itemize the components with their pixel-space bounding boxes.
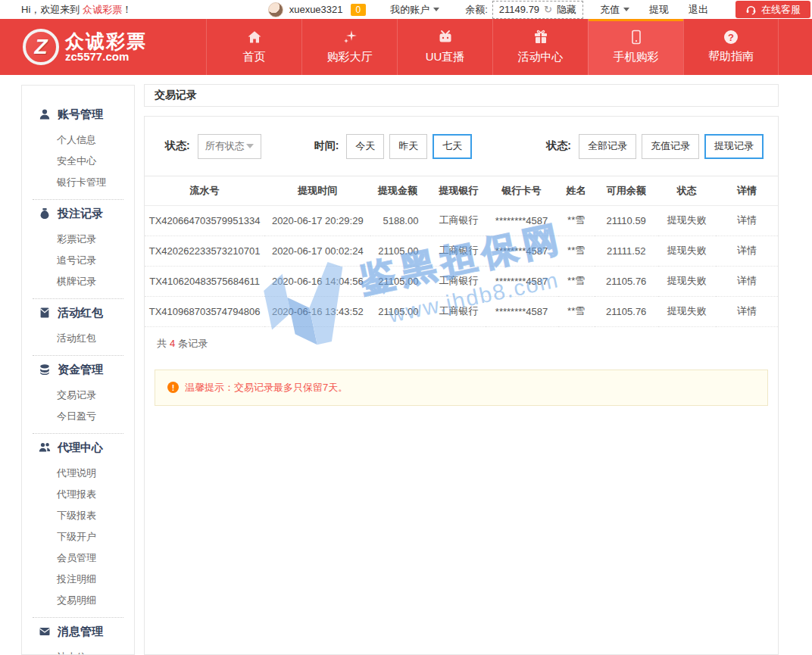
sidebar-section-投注记录[interactable]: 投注记录: [22, 204, 134, 223]
sidebar-divider: [33, 617, 123, 618]
sidebar-item-安全中心[interactable]: 安全中心: [22, 151, 134, 172]
sidebar-item-下级开户[interactable]: 下级开户: [22, 526, 134, 547]
users-icon: [39, 441, 51, 454]
balance-box: 21149.79 ↻ 隐藏: [492, 1, 583, 19]
sidebar-item-棋牌记录[interactable]: 棋牌记录: [22, 271, 134, 292]
red-envelope-icon: [39, 307, 51, 319]
nav-item-购彩大厅[interactable]: 购彩大厅: [301, 19, 397, 75]
my-account-menu[interactable]: 我的账户: [390, 3, 439, 17]
my-account-label: 我的账户: [390, 3, 429, 17]
sidebar-section-代理中心[interactable]: 代理中心: [22, 438, 134, 457]
headset-icon: [745, 4, 757, 15]
withdraw-time: 2020-06-16 14:04:56: [264, 266, 370, 296]
sidebar-item-投注明细[interactable]: 投注明细: [22, 569, 134, 590]
nav-item-label: UU直播: [426, 50, 465, 64]
sidebar-item-今日盈亏[interactable]: 今日盈亏: [22, 406, 134, 427]
holder-name: **雪: [558, 266, 595, 296]
withdraw-bank: 工商银行: [432, 266, 485, 296]
detail-link[interactable]: 详情: [716, 235, 778, 266]
page-title: 交易记录: [144, 84, 779, 107]
status: 提现失败: [658, 205, 716, 235]
type-filter-提现记录[interactable]: 提现记录: [704, 134, 764, 159]
bank-card-number: ********4587: [486, 235, 558, 266]
time-filter-昨天[interactable]: 昨天: [389, 134, 427, 159]
detail-link[interactable]: 详情: [716, 266, 778, 296]
username[interactable]: xuexue3321: [289, 4, 343, 15]
summary-prefix: 共: [157, 337, 167, 351]
sidebar-item-交易记录[interactable]: 交易记录: [22, 385, 134, 406]
table-row: TX4109687035747948062020-06-16 13:43:522…: [145, 296, 778, 326]
bank-card-number: ********4587: [486, 205, 558, 235]
sidebar-section-消息管理[interactable]: 消息管理: [22, 622, 134, 641]
nav-item-label: 活动中心: [518, 50, 564, 64]
transaction-id[interactable]: TX420262233573210701: [145, 235, 264, 266]
time-filter-今天[interactable]: 今天: [346, 134, 384, 159]
type-filter-充值记录[interactable]: 充值记录: [642, 134, 699, 159]
record-count-summary: 共 4 条记录: [145, 327, 778, 360]
sidebar-item-彩票记录[interactable]: 彩票记录: [22, 229, 134, 250]
sidebar-item-追号记录[interactable]: 追号记录: [22, 250, 134, 271]
sidebar-section-账号管理[interactable]: 账号管理: [22, 105, 134, 123]
sidebar-section-title: 活动红包: [58, 306, 103, 320]
nav-item-首页[interactable]: 首页: [206, 19, 301, 75]
online-service-button[interactable]: 在线客服: [735, 1, 810, 18]
transaction-id[interactable]: TX410968703574794806: [145, 296, 264, 326]
sidebar-section-items: 代理说明代理报表下级报表下级开户会员管理投注明细交易明细: [22, 463, 134, 611]
main-nav: Z 众诚彩票 zc5577.com 首页购彩大厅UU直播活动中心手机购彩?帮助指…: [0, 19, 812, 75]
status-dropdown[interactable]: 所有状态: [198, 134, 261, 159]
time-filter-七天[interactable]: 七天: [433, 134, 472, 159]
nav-item-帮助指南[interactable]: ?帮助指南: [683, 19, 779, 75]
withdraw-amount: 5188.00: [370, 205, 432, 235]
topbar: Hi，欢迎来到 众诚彩票！ xuexue3321 0 我的账户 余额: 2114…: [0, 0, 812, 19]
recharge-menu[interactable]: 充值: [600, 3, 629, 17]
withdraw-link[interactable]: 提现: [649, 3, 669, 17]
table-row: TX4106204835756846112020-06-16 14:04:562…: [145, 266, 778, 296]
withdraw-amount: 21105.00: [370, 296, 432, 326]
sidebar-item-交易明细[interactable]: 交易明细: [22, 590, 134, 611]
sidebar-section-资金管理[interactable]: 资金管理: [22, 360, 134, 379]
sidebar-item-下级报表[interactable]: 下级报表: [22, 505, 134, 526]
sidebar-item-活动红包[interactable]: 活动红包: [22, 328, 134, 349]
sidebar-item-代理说明[interactable]: 代理说明: [22, 463, 134, 484]
notice-banner: ! 温馨提示：交易记录最多只保留7天。: [155, 370, 768, 406]
logo-icon: Z: [23, 29, 59, 65]
detail-link[interactable]: 详情: [716, 205, 778, 235]
nav-item-手机购彩[interactable]: 手机购彩: [588, 19, 683, 75]
sidebar-item-个人信息[interactable]: 个人信息: [22, 129, 134, 151]
logout-link[interactable]: 退出: [689, 3, 708, 17]
site-name-link[interactable]: 众诚彩票: [83, 4, 122, 15]
message-count-badge[interactable]: 0: [351, 4, 367, 16]
sidebar-item-银行卡管理[interactable]: 银行卡管理: [22, 172, 134, 193]
nav-item-UU直播[interactable]: UU直播: [397, 19, 492, 75]
transaction-id[interactable]: TX420664703579951334: [145, 205, 264, 235]
notice-text: 温馨提示：交易记录最多只保留7天。: [185, 381, 348, 395]
table-row: TX4206647035799513342020-06-17 20:29:295…: [145, 205, 778, 235]
status: 提现失败: [658, 235, 716, 266]
hide-balance-button[interactable]: 隐藏: [557, 3, 576, 17]
detail-link[interactable]: 详情: [716, 296, 778, 326]
nav-item-label: 手机购彩: [614, 50, 659, 64]
holder-name: **雪: [558, 235, 595, 266]
moneybag-icon: [39, 207, 51, 220]
nav-item-label: 首页: [243, 50, 266, 64]
avatar[interactable]: [268, 2, 283, 17]
records-panel: 状态: 所有状态 时间: 今天昨天七天 状态: 全部记录充值记录提现记录 流水号…: [144, 116, 779, 655]
logo[interactable]: Z 众诚彩票 zc5577.com: [0, 19, 206, 75]
refresh-icon[interactable]: ↻: [544, 4, 552, 15]
nav-item-活动中心[interactable]: 活动中心: [492, 19, 588, 75]
column-header-提现银行: 提现银行: [432, 176, 485, 205]
home-icon: [247, 30, 262, 45]
summary-suffix: 条记录: [178, 337, 208, 351]
available-balance: 21105.76: [595, 296, 658, 326]
sidebar-item-代理报表[interactable]: 代理报表: [22, 484, 134, 505]
greeting-prefix: Hi，欢迎来到: [21, 4, 83, 15]
time-filter-buttons: 今天昨天七天: [346, 134, 477, 159]
table-header-row: 流水号提现时间提现金额提现银行银行卡号姓名可用余额状态详情: [145, 176, 778, 205]
sidebar-item-站内信[interactable]: 站内信: [22, 647, 134, 655]
status-dropdown-value: 所有状态: [205, 139, 245, 153]
type-filter-全部记录[interactable]: 全部记录: [579, 134, 636, 159]
sidebar-section-items: 彩票记录追号记录棋牌记录: [22, 229, 134, 292]
sidebar-section-活动红包[interactable]: 活动红包: [22, 304, 134, 322]
sidebar-item-会员管理[interactable]: 会员管理: [22, 547, 134, 569]
transaction-id[interactable]: TX410620483575684611: [145, 266, 264, 296]
